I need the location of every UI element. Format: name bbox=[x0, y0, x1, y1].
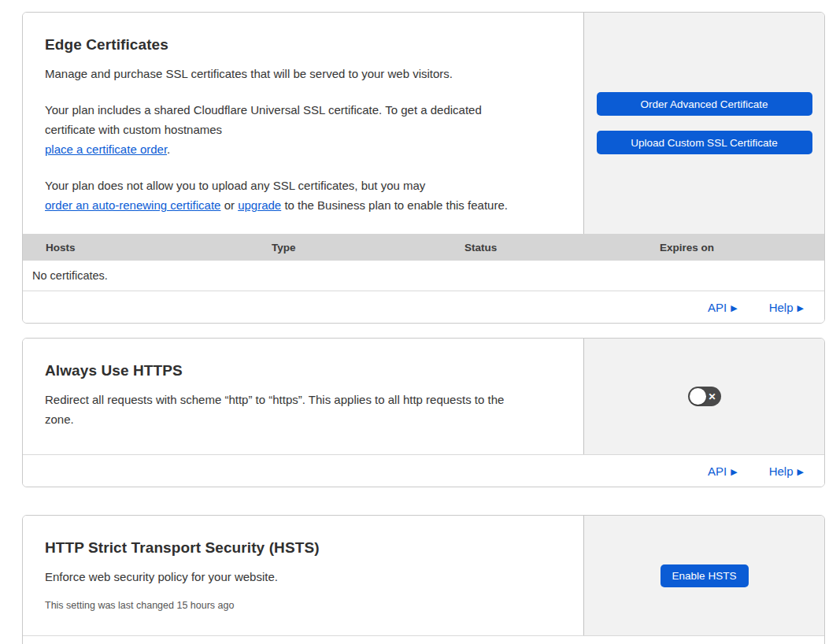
card-gap bbox=[22, 324, 840, 338]
chevron-right-icon: ▶ bbox=[797, 304, 804, 313]
upload-paragraph-suffix: to the Business plan to enable this feat… bbox=[281, 198, 508, 212]
plan-paragraph: Your plan includes a shared Cloudflare U… bbox=[45, 100, 560, 159]
card-gap bbox=[22, 487, 840, 515]
edge-certificates-actions-panel: Order Advanced Certificate Upload Custom… bbox=[583, 13, 824, 234]
edge-certificates-intro: Manage and purchase SSL certificates tha… bbox=[45, 64, 560, 83]
hsts-footer bbox=[23, 636, 824, 644]
hsts-description: Enforce web security policy for your web… bbox=[45, 567, 560, 587]
column-header-hosts: Hosts bbox=[23, 242, 272, 254]
upgrade-link[interactable]: upgrade bbox=[238, 198, 281, 212]
order-auto-renewing-certificate-link[interactable]: order an auto-renewing certificate bbox=[45, 198, 220, 212]
edge-certificates-footer: API▶ Help▶ bbox=[23, 291, 824, 323]
chevron-right-icon: ▶ bbox=[797, 468, 804, 476]
certificates-empty-row: No certificates. bbox=[23, 261, 824, 291]
edge-certificates-body: Edge Certificates Manage and purchase SS… bbox=[23, 13, 824, 234]
hsts-action-panel: Enable HSTS bbox=[583, 516, 824, 635]
chevron-right-icon: ▶ bbox=[731, 468, 737, 476]
help-link[interactable]: Help▶ bbox=[769, 464, 804, 478]
edge-certificates-title: Edge Certificates bbox=[45, 36, 560, 54]
upload-paragraph-line1: Your plan does not allow you to upload a… bbox=[45, 179, 425, 192]
help-link[interactable]: Help▶ bbox=[769, 301, 804, 314]
column-header-type: Type bbox=[272, 242, 464, 254]
toggle-knob bbox=[690, 388, 706, 405]
column-header-status: Status bbox=[464, 242, 660, 254]
always-use-https-card: Always Use HTTPS Redirect all requests w… bbox=[22, 338, 825, 487]
upload-paragraph-or: or bbox=[220, 198, 238, 212]
always-use-https-content: Always Use HTTPS Redirect all requests w… bbox=[23, 339, 583, 454]
hsts-card: HTTP Strict Transport Security (HSTS) En… bbox=[22, 515, 825, 644]
place-certificate-order-link[interactable]: place a certificate order bbox=[45, 142, 167, 156]
plan-paragraph-period: . bbox=[167, 142, 170, 156]
upload-custom-ssl-certificate-button[interactable]: Upload Custom SSL Certificate bbox=[597, 131, 812, 154]
always-use-https-control-panel: ✕ bbox=[583, 339, 824, 454]
enable-hsts-button[interactable]: Enable HSTS bbox=[661, 564, 749, 587]
always-use-https-body: Always Use HTTPS Redirect all requests w… bbox=[23, 339, 824, 455]
edge-certificates-content: Edge Certificates Manage and purchase SS… bbox=[23, 13, 583, 234]
plan-paragraph-line1: Your plan includes a shared Cloudflare U… bbox=[45, 103, 482, 117]
always-use-https-toggle[interactable]: ✕ bbox=[688, 387, 721, 406]
api-link[interactable]: API▶ bbox=[708, 464, 738, 478]
hsts-body: HTTP Strict Transport Security (HSTS) En… bbox=[23, 516, 824, 636]
column-header-expires-on: Expires on bbox=[660, 242, 824, 254]
always-use-https-description: Redirect all requests with scheme “http”… bbox=[45, 390, 560, 429]
no-certificates-text: No certificates. bbox=[32, 269, 108, 282]
hsts-title: HTTP Strict Transport Security (HSTS) bbox=[45, 539, 560, 557]
api-link[interactable]: API▶ bbox=[708, 301, 738, 314]
order-advanced-certificate-button[interactable]: Order Advanced Certificate bbox=[597, 92, 812, 116]
upload-paragraph: Your plan does not allow you to upload a… bbox=[45, 176, 560, 215]
always-use-https-footer: API▶ Help▶ bbox=[23, 455, 824, 487]
hsts-last-changed-note: This setting was last changed 15 hours a… bbox=[45, 600, 560, 611]
ssl-edge-certificates-page: Edge Certificates Manage and purchase SS… bbox=[0, 0, 840, 644]
hsts-content: HTTP Strict Transport Security (HSTS) En… bbox=[23, 516, 583, 635]
toggle-off-x-icon: ✕ bbox=[708, 391, 716, 401]
chevron-right-icon: ▶ bbox=[731, 304, 737, 313]
edge-certificates-card: Edge Certificates Manage and purchase SS… bbox=[22, 12, 825, 324]
plan-paragraph-line2: certificate with custom hostnames bbox=[45, 123, 222, 136]
certificates-table-header: Hosts Type Status Expires on bbox=[23, 234, 824, 261]
always-use-https-title: Always Use HTTPS bbox=[45, 362, 560, 379]
